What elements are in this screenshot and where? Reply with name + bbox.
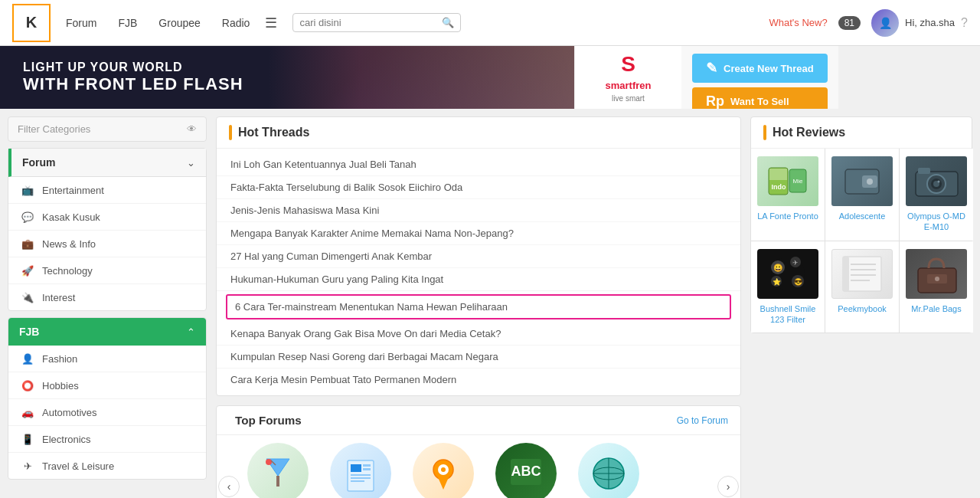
whats-new-link[interactable]: What's New?: [769, 17, 828, 28]
person-icon: 👤: [21, 352, 34, 365]
review-item-1[interactable]: Adolescente: [825, 149, 899, 241]
sidebar-item-label: Automotives: [42, 407, 97, 418]
thread-list: Ini Loh Gan Ketentuannya Jual Beli Tanah…: [217, 149, 740, 395]
thread-item-highlighted[interactable]: 6 Cara Ter-mainstream Menentukan Nama He…: [226, 294, 731, 319]
thread-item[interactable]: Ini Loh Gan Ketentuannya Jual Beli Tanah: [217, 153, 740, 176]
review-item-3[interactable]: 😀 ✈ ⭐ 😎 Bushnell Smile 123 Filter: [751, 241, 825, 333]
sidebar-item-fashion[interactable]: 👤 Fashion: [8, 346, 206, 372]
latihan-svg-icon: [424, 453, 462, 495]
nav-fjb[interactable]: FJB: [118, 17, 137, 29]
thread-item[interactable]: Kumpulan Resep Nasi Goreng dari Berbagai…: [217, 346, 740, 369]
sidebar-forum-header[interactable]: Forum ⌄: [8, 149, 206, 177]
filter-categories-bar[interactable]: Filter Categories 👁: [8, 116, 207, 142]
review-item-0[interactable]: Indo Mie LA Fonte Pronto: [751, 149, 825, 241]
main-nav: Forum FJB Groupee Radio: [66, 17, 250, 29]
review-img-emoji: 😀 ✈ ⭐ 😎: [757, 249, 818, 299]
thread-item[interactable]: Mengapa Banyak Karakter Anime Memakai Na…: [217, 222, 740, 245]
svg-text:✈: ✈: [792, 259, 799, 267]
thread-item[interactable]: Fakta-Fakta Terselubung di Balik Sosok E…: [217, 176, 740, 199]
go-to-forum-link[interactable]: Go to Forum: [677, 415, 728, 426]
notification-badge[interactable]: 81: [838, 16, 861, 30]
forum-tile-malang[interactable]: Malang: [570, 443, 647, 498]
sidebar-item-electronics[interactable]: 📱 Electronics: [8, 426, 206, 453]
sidebar-item-interest[interactable]: 🔌 Interest: [8, 284, 206, 310]
sidebar-item-technology[interactable]: 🚀 Technology: [8, 257, 206, 284]
emoji-svg: 😀 ✈ ⭐ 😎: [761, 251, 815, 297]
carousel-right-arrow[interactable]: ›: [717, 476, 739, 497]
help-icon[interactable]: ?: [961, 16, 968, 30]
news-svg-icon: [341, 453, 380, 495]
sidebar: Filter Categories 👁 Forum ⌄ 📺 Entertainm…: [8, 116, 207, 498]
review-img-wallet: [831, 156, 893, 206]
chevron-up-icon: ⌃: [187, 326, 195, 338]
create-thread-button[interactable]: ✎ Create New Thread: [692, 54, 828, 83]
carousel-left-arrow[interactable]: ‹: [218, 476, 240, 497]
review-item-5[interactable]: Mr.Pale Bags: [900, 241, 973, 333]
lounge-svg-icon: [259, 453, 297, 495]
search-input[interactable]: [299, 17, 442, 28]
smartfren-logo: S: [621, 52, 635, 77]
user-area: 👤 Hi, zha.sha ?: [871, 9, 968, 37]
nav-forum[interactable]: Forum: [66, 17, 96, 29]
svg-rect-1: [276, 476, 279, 487]
svg-rect-7: [363, 468, 371, 470]
book-svg: [839, 253, 885, 295]
banner-people-image: [268, 46, 574, 109]
sidebar-item-entertainment[interactable]: 📺 Entertainment: [8, 177, 206, 204]
latihan-icon: [413, 443, 474, 498]
sidebar-fjb-header[interactable]: FJB ⌃: [8, 318, 206, 346]
tablet-icon: 📱: [21, 432, 34, 446]
review-name: Mr.Pale Bags: [911, 303, 961, 314]
sidebar-forum-title: Forum: [22, 156, 56, 169]
hamburger-icon[interactable]: ☰: [265, 15, 277, 31]
news-icon: [330, 443, 391, 498]
top-forums-title: Top Forums: [235, 414, 302, 427]
filter-label: Filter Categories: [18, 123, 90, 135]
camera-svg: [912, 160, 962, 202]
review-item-4[interactable]: Peekmybook: [825, 241, 899, 333]
search-icon[interactable]: 🔍: [442, 17, 454, 28]
svg-point-2: [266, 459, 272, 465]
review-name: Adolescente: [839, 211, 886, 221]
forum-tile-latihan[interactable]: Buat Latihan Posting: [405, 443, 482, 498]
forum-tile-lounge[interactable]: The Lounge: [240, 443, 316, 498]
review-item-2[interactable]: Olympus O-MD E-M10: [900, 149, 973, 241]
svg-rect-8: [351, 474, 371, 476]
chat-icon: 💬: [21, 210, 34, 224]
thread-item[interactable]: Cara Kerja Mesin Pembuat Tato Permanen M…: [217, 369, 740, 391]
svg-text:😎: 😎: [794, 277, 803, 287]
svg-marker-14: [438, 477, 449, 490]
header-bar-accent: [763, 125, 766, 140]
forum-tile-english[interactable]: ABC Fun With English: [488, 443, 564, 498]
want-to-sell-button[interactable]: Rp Want To Sell: [692, 87, 828, 109]
forum-tile-berita[interactable]: Berita Dan Politik: [322, 443, 399, 498]
sidebar-item-label: News & Info: [42, 238, 96, 250]
svg-rect-9: [351, 477, 371, 479]
bag-svg: [912, 253, 962, 295]
sidebar-item-hobbies[interactable]: ⭕ Hobbies: [8, 372, 206, 399]
food-svg: Indo Mie: [765, 160, 811, 202]
banner-text: LIGHT UP YOUR WORLD WITH FRONT LED FLASH: [23, 61, 243, 94]
banner-line1: LIGHT UP YOUR WORLD: [23, 61, 243, 74]
sidebar-item-label: Kasak Kusuk: [42, 211, 100, 223]
smartfren-sub: live smart: [612, 94, 645, 103]
sidebar-item-kasak-kusuk[interactable]: 💬 Kasak Kusuk: [8, 204, 206, 231]
sidebar-fjb-title: FJB: [19, 326, 39, 338]
logo[interactable]: K: [12, 4, 51, 42]
sidebar-item-travel[interactable]: ✈ Travel & Leisure: [8, 453, 206, 479]
svg-text:Indo: Indo: [772, 183, 786, 191]
nav-groupee[interactable]: Groupee: [158, 17, 200, 29]
sidebar-item-automotives[interactable]: 🚗 Automotives: [8, 399, 206, 426]
thread-item[interactable]: 27 Hal yang Cuman Dimengerti Anak Kembar: [217, 245, 740, 268]
hot-threads-title: Hot Threads: [238, 126, 309, 139]
avatar[interactable]: 👤: [871, 9, 899, 37]
thread-item[interactable]: Jenis-Jenis Mahasiswa Masa Kini: [217, 199, 740, 222]
thread-item[interactable]: Kenapa Banyak Orang Gak Bisa Move On dar…: [217, 323, 740, 346]
nav-radio[interactable]: Radio: [222, 17, 250, 29]
review-name: Olympus O-MD E-M10: [906, 211, 967, 233]
chevron-down-icon: ⌄: [187, 157, 195, 169]
sidebar-item-news-info[interactable]: 💼 News & Info: [8, 231, 206, 257]
svg-point-13: [441, 467, 446, 472]
english-svg-icon: ABC: [507, 453, 545, 495]
thread-item[interactable]: Hukuman-Hukuman Guru yang Paling Kita In…: [217, 268, 740, 291]
